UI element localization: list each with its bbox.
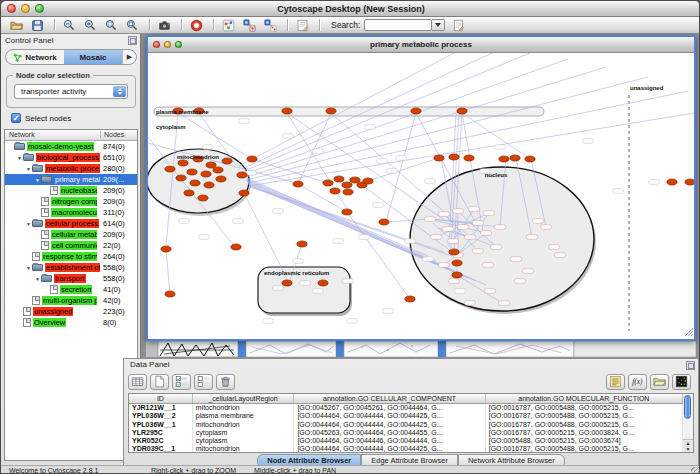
network-node[interactable] — [411, 108, 421, 114]
tree-row[interactable]: cellular metabol209(0) — [5, 229, 137, 240]
filter-icon[interactable] — [261, 18, 279, 33]
network-node[interactable] — [165, 166, 175, 172]
tree-row[interactable]: ▼establishment of lo558(0) — [5, 262, 137, 273]
table-cell[interactable]: plasma membrane — [193, 412, 295, 420]
resize-grip[interactable] — [691, 467, 700, 474]
float-panel-icon[interactable] — [128, 36, 137, 45]
table-cell[interactable]: [GO:0044464, GO:0044446, GO:0044444, G..… — [294, 437, 485, 445]
node-color-select[interactable]: transporter activity — [14, 84, 128, 99]
save-session-icon[interactable] — [28, 18, 46, 33]
network-node[interactable] — [318, 280, 328, 286]
network-node[interactable] — [216, 176, 226, 182]
zoom-button[interactable] — [175, 41, 182, 48]
network-node[interactable] — [323, 180, 333, 186]
network-node[interactable] — [213, 167, 223, 173]
minimize-button[interactable] — [21, 4, 30, 13]
table-cell[interactable]: [GO:0044464, GO:0044444, GO:0044425, G..… — [294, 412, 485, 420]
expand-arrow-icon[interactable]: ▼ — [34, 177, 41, 183]
search-dropdown-button[interactable] — [432, 19, 445, 31]
attribute-select-icon[interactable] — [128, 374, 147, 390]
float-panel-icon[interactable] — [686, 361, 695, 370]
table-cell[interactable]: [GO:0044464, GO:0044444, GO:0044425, G..… — [294, 421, 485, 429]
tree-row[interactable]: ▼primary metabo209(... — [5, 174, 137, 185]
network-node[interactable] — [434, 155, 444, 161]
attribute-notes-icon[interactable] — [606, 374, 625, 390]
expand-arrow-icon[interactable]: ▼ — [25, 265, 32, 271]
table-cell[interactable]: [GO:0016787, GO:0005215, GO:0003824, G..… — [486, 429, 683, 437]
zoom-in-icon[interactable] — [81, 18, 99, 33]
tree-row[interactable]: cell communicat22(0) — [5, 240, 137, 251]
table-column-header[interactable]: annotation.GO CELLULAR_COMPONENT — [294, 394, 485, 403]
table-cell[interactable]: cytoplasm — [193, 437, 295, 445]
network-node[interactable] — [510, 155, 520, 161]
table-cell[interactable]: [GO:0016787, GO:0005488, GO:0005215, G..… — [486, 445, 683, 453]
tree-row[interactable]: unassigned223(0) — [5, 306, 137, 317]
network-node[interactable] — [449, 154, 459, 160]
table-cell[interactable]: [GO:0044464, GO:0044444, GO:0044425, G..… — [294, 445, 485, 453]
attribute-matrix-icon[interactable] — [672, 374, 691, 390]
network-node[interactable] — [231, 244, 241, 250]
expand-arrow-icon[interactable]: ▼ — [16, 155, 23, 161]
table-row[interactable]: YDR039C__1mitochondrion[GO:0044464, GO:0… — [129, 445, 683, 453]
network-node[interactable] — [464, 155, 474, 161]
network-node[interactable] — [198, 195, 208, 201]
network-node[interactable] — [204, 182, 214, 188]
network-node[interactable] — [379, 219, 389, 225]
search-config-icon[interactable] — [449, 18, 467, 33]
vizmapper-icon[interactable] — [240, 18, 258, 33]
zoom-selected-region-icon[interactable] — [102, 18, 120, 33]
network-node[interactable] — [222, 158, 232, 164]
network-node[interactable] — [297, 241, 307, 247]
close-button[interactable] — [7, 4, 16, 13]
network-node[interactable] — [282, 108, 292, 114]
table-row[interactable]: YKR052Ccytoplasm[GO:0044464, GO:0044446,… — [129, 437, 683, 445]
table-cell[interactable]: [GO:0016787, GO:0005488, GO:0005215, G..… — [486, 404, 683, 412]
network-node[interactable] — [330, 188, 340, 194]
network-node[interactable] — [184, 190, 194, 196]
table-cell[interactable]: cytoplasm — [193, 429, 295, 437]
table-cell[interactable]: YJR121W__1 — [129, 404, 193, 412]
annotation-icon[interactable] — [293, 18, 311, 33]
network-canvas[interactable]: plasma membranecytoplasmmitochondrionnuc… — [148, 53, 694, 338]
network-node[interactable] — [206, 162, 216, 168]
table-cell[interactable]: YKR052C — [129, 437, 193, 445]
tree-row[interactable]: mosaic-demo-yeast874(0) — [5, 141, 137, 152]
network-node[interactable] — [350, 177, 360, 183]
table-cell[interactable]: mitochondrion — [193, 445, 295, 453]
network-node[interactable] — [525, 156, 535, 162]
network-node[interactable] — [342, 209, 352, 215]
open-file-icon[interactable] — [7, 18, 25, 33]
network-node[interactable] — [187, 169, 197, 175]
table-column-header[interactable]: _cellularLayoutRegion — [193, 394, 295, 403]
tree-row[interactable]: nitrogen compo209(0) — [5, 196, 137, 207]
network-node[interactable] — [667, 179, 677, 185]
scrollbar-arrows[interactable]: ▲▼ — [683, 439, 693, 452]
help-icon[interactable] — [187, 18, 205, 33]
tree-row[interactable]: ▼metabolic process280(0) — [5, 163, 137, 174]
search-input[interactable] — [364, 19, 432, 31]
select-all-attributes-icon[interactable] — [172, 374, 191, 390]
tab-overflow-button[interactable]: ▶ — [122, 50, 136, 64]
network-window-titlebar[interactable]: primary metabolic process — [148, 37, 694, 53]
delete-attribute-icon[interactable] — [216, 374, 235, 390]
network-node[interactable] — [457, 108, 467, 114]
table-row[interactable]: YLR295Ccytoplasm[GO:0045263, GO:0044464,… — [129, 429, 683, 437]
table-column-header[interactable]: ID — [129, 394, 193, 403]
table-scrollbar[interactable]: ▲▼ — [683, 393, 694, 453]
network-node[interactable] — [201, 171, 211, 177]
close-button[interactable] — [153, 41, 160, 48]
tree-row[interactable]: Overview8(0) — [5, 317, 137, 328]
table-cell[interactable]: YLR295C — [129, 429, 193, 437]
tab-mosaic[interactable]: Mosaic — [64, 50, 122, 64]
network-node[interactable] — [293, 181, 303, 187]
tree-row[interactable]: ▼transport558(0) — [5, 273, 137, 284]
table-cell[interactable]: [GO:0005488, GO:0005215, GO:0003674] — [486, 437, 683, 445]
tree-row[interactable]: nucleobase-209(0) — [5, 185, 137, 196]
network-node[interactable] — [334, 176, 344, 182]
tree-row[interactable]: ▼biological_process651(0) — [5, 152, 137, 163]
network-node[interactable] — [326, 108, 336, 114]
network-node[interactable] — [342, 182, 352, 188]
network-node[interactable] — [176, 175, 186, 181]
zoom-button[interactable] — [35, 4, 44, 13]
network-node[interactable] — [363, 178, 373, 184]
